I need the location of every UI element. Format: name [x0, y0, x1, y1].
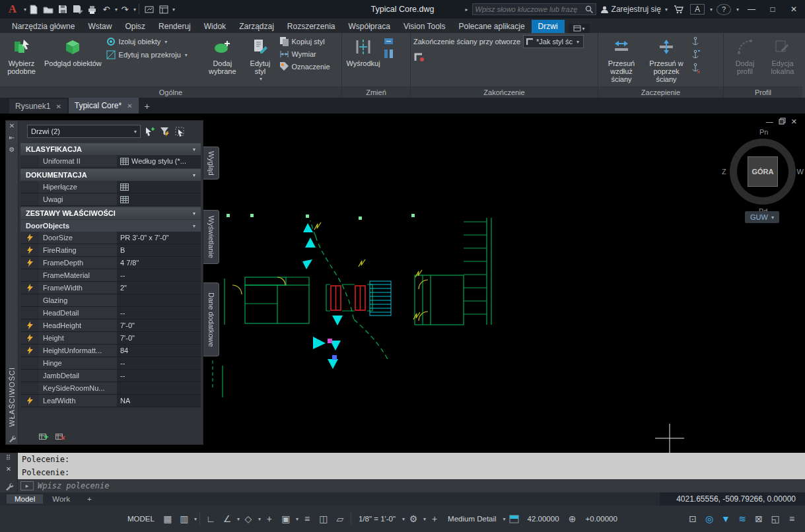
file-tab-typical-core[interactable]: Typical Core* ✕: [69, 98, 139, 114]
command-history[interactable]: Polecenie: Polecenie:: [18, 453, 805, 479]
scale-dropdown-icon[interactable]: ▾: [402, 516, 405, 522]
object-viewer-button[interactable]: Podgląd obiektów: [42, 35, 104, 85]
plot-icon[interactable]: [85, 2, 99, 17]
tab-work[interactable]: Work: [44, 494, 78, 504]
selection-cycling-icon[interactable]: ◫: [316, 510, 332, 527]
viewport-minimize-icon[interactable]: —: [766, 117, 773, 126]
viewport-close-icon[interactable]: ✕: [791, 117, 797, 126]
chevron-down-icon[interactable]: ▾: [710, 7, 713, 13]
snap-mode-dropdown-icon[interactable]: ▾: [194, 516, 197, 522]
search-icon[interactable]: [585, 5, 593, 13]
lock-ui-icon[interactable]: ⊠: [751, 510, 767, 527]
cut-plane-value[interactable]: 42.00000: [523, 510, 564, 527]
collapse-icon[interactable]: ▾: [193, 147, 195, 152]
property-value[interactable]: [117, 382, 201, 394]
detail-dropdown-icon[interactable]: ▾: [503, 516, 506, 522]
isolate-objects-toggle-icon[interactable]: ▼: [718, 510, 734, 527]
units-icon[interactable]: ⊡: [685, 510, 701, 527]
tab-wyswietlanie[interactable]: Wyświetlanie: [203, 210, 219, 264]
cut-plane-icon[interactable]: [507, 510, 522, 527]
elevation-value[interactable]: +0.00000: [581, 510, 622, 527]
detail-level-select[interactable]: Medium Detail: [443, 510, 501, 527]
collapse-icon[interactable]: ▾: [193, 172, 195, 178]
polar-dropdown-icon[interactable]: ▾: [237, 516, 240, 522]
new-drawing-tab-button[interactable]: +: [140, 99, 155, 114]
elevation-icon[interactable]: ⊕: [565, 510, 580, 527]
property-value[interactable]: [117, 294, 201, 306]
minimize-button[interactable]: —: [743, 1, 760, 17]
ribbon-tab-narzedzia-glowne[interactable]: Narzędzia główne: [5, 20, 81, 33]
search-expand-icon[interactable]: ▸: [466, 7, 468, 13]
grid-display-icon[interactable]: ▦: [160, 510, 176, 527]
redo-icon[interactable]: ↷: [118, 2, 132, 17]
remove-property-set-icon[interactable]: [55, 432, 65, 441]
search-input[interactable]: [475, 5, 582, 13]
property-value[interactable]: NA: [117, 395, 201, 407]
add-selected-button[interactable]: Dodaj wybrane: [203, 35, 241, 85]
isolate-objects-button[interactable]: Izoluj obiekty ▾: [106, 36, 202, 47]
select-objects-icon[interactable]: [173, 125, 186, 138]
autodesk-app-icon[interactable]: A: [690, 4, 705, 15]
tab-wyglad[interactable]: Wygląd: [203, 147, 219, 180]
section-header-klasyfikacja[interactable]: KLASYFIKACJA ▾: [20, 143, 201, 155]
panel-title-zmien[interactable]: Zmień: [342, 86, 410, 98]
file-tab-rysunek1[interactable]: Rysunek1 ✕: [9, 99, 67, 114]
copy-style-button[interactable]: Kopiuj styl: [279, 36, 339, 46]
center-button[interactable]: Wyśrodkuj: [345, 35, 382, 85]
ribbon-tab-wstaw[interactable]: Wstaw: [81, 20, 118, 33]
drawing-canvas[interactable]: — ✕ Pn Z W Pd GÓRA GUW ▾ ✕ ⇤ ⚙ WŁAŚCIWOŚ…: [0, 114, 805, 453]
property-value[interactable]: [117, 181, 201, 193]
collapse-icon[interactable]: ▾: [193, 211, 195, 216]
property-value[interactable]: 7'-0": [117, 319, 201, 331]
section-header-zestawy[interactable]: ZESTAWY WŁAŚCIWOŚCI ▾: [20, 207, 201, 219]
palette-settings-icon[interactable]: ⚙: [9, 147, 15, 153]
pick-add-toggle-icon[interactable]: [143, 125, 156, 138]
polar-tracking-icon[interactable]: ∠: [219, 510, 235, 527]
palette-autohide-icon[interactable]: ⇤: [9, 135, 15, 141]
select-similar-button[interactable]: Wybierz podobne: [3, 35, 40, 85]
property-value[interactable]: --: [117, 269, 201, 281]
annotation-monitor-icon[interactable]: +: [427, 510, 442, 527]
space-evenly-icon[interactable]: [384, 49, 394, 59]
dynamic-input-icon[interactable]: ▱: [332, 510, 348, 527]
property-value[interactable]: --: [117, 357, 201, 369]
edit-in-section-button[interactable]: Edytuj na przekroju ▾: [106, 50, 202, 60]
property-set-selector[interactable]: DoorObjects ▾: [20, 220, 201, 232]
property-value[interactable]: 84: [117, 345, 201, 356]
quick-select-icon[interactable]: [158, 125, 171, 138]
add-property-set-icon[interactable]: [39, 432, 49, 441]
sign-in-button[interactable]: Zarejestruj się ▾: [600, 5, 668, 14]
lineweight-icon[interactable]: ≡: [299, 510, 315, 527]
tag-button[interactable]: Oznaczenie: [279, 61, 339, 71]
table-icon[interactable]: [120, 196, 129, 203]
anchor-flip-y-icon[interactable]: [691, 50, 701, 60]
ucs-selector[interactable]: GUW ▾: [745, 211, 779, 223]
save-as-icon[interactable]: [70, 2, 85, 17]
property-value[interactable]: 2": [117, 282, 201, 294]
property-value[interactable]: B: [117, 244, 201, 256]
reposition-across-button[interactable]: Przesuń w poprzek ściany: [644, 35, 689, 85]
osnap-dropdown-icon[interactable]: ▾: [296, 516, 298, 522]
annotation-scale-select[interactable]: 1/8" = 1'-0": [354, 510, 400, 527]
customization-menu-icon[interactable]: ≡: [784, 510, 800, 527]
ribbon-display-button[interactable]: ▾: [569, 24, 590, 33]
help-dropdown-icon[interactable]: ▾: [736, 7, 739, 13]
close-button[interactable]: ✕: [785, 1, 802, 17]
graphics-performance-icon[interactable]: ◎: [701, 510, 717, 527]
viewcube-west-label[interactable]: Z: [722, 168, 726, 176]
command-close-icon[interactable]: ✕: [6, 466, 11, 473]
close-tab-icon[interactable]: ✕: [55, 103, 61, 110]
cart-icon[interactable]: [672, 2, 686, 17]
model-space-toggle[interactable]: MODEL: [123, 510, 159, 527]
anchor-release-icon[interactable]: [691, 63, 701, 73]
panel-title-zaczepienie[interactable]: Zaczepienie: [598, 86, 723, 98]
selection-filter-select[interactable]: Drzwi (2) ▾: [27, 125, 141, 138]
ortho-mode-icon[interactable]: ∟: [203, 510, 219, 527]
ribbon-tab-renderuj[interactable]: Renderuj: [152, 20, 197, 33]
snap-mode-icon[interactable]: ▥: [176, 510, 192, 527]
property-value[interactable]: --: [117, 307, 201, 319]
save-file-icon[interactable]: [55, 2, 70, 17]
property-value[interactable]: --: [117, 370, 201, 382]
clean-screen-icon[interactable]: ◱: [767, 510, 783, 527]
panel-title-zakonczenie[interactable]: Zakończenie: [411, 86, 598, 98]
